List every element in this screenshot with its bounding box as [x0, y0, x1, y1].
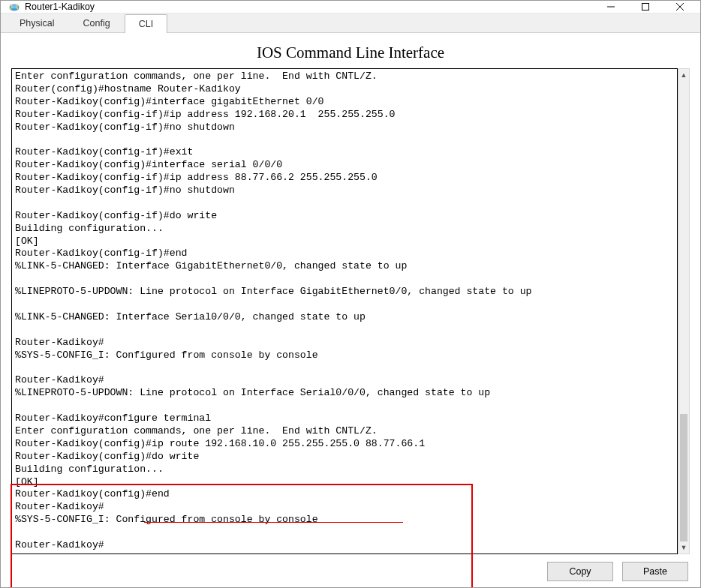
minimize-button[interactable]	[594, 1, 628, 13]
scroll-track[interactable]	[678, 81, 689, 542]
paste-button[interactable]: Paste	[622, 562, 688, 581]
router-icon	[8, 1, 20, 13]
scroll-down-icon[interactable]: ▼	[678, 542, 689, 554]
scroll-thumb[interactable]	[680, 414, 687, 542]
tab-bar: Physical Config CLI	[1, 14, 700, 33]
action-buttons: Copy Paste	[11, 562, 690, 581]
terminal-wrap: Enter configuration commands, one per li…	[11, 68, 690, 554]
tab-physical[interactable]: Physical	[5, 14, 69, 32]
page-title: IOS Command Line Interface	[11, 44, 690, 62]
cli-terminal[interactable]: Enter configuration commands, one per li…	[11, 68, 678, 554]
window-title: Router1-Kadikoy	[25, 2, 594, 12]
close-button[interactable]	[663, 1, 697, 13]
maximize-button[interactable]	[628, 1, 663, 13]
content-area: IOS Command Line Interface Enter configu…	[1, 33, 700, 588]
tab-cli[interactable]: CLI	[125, 14, 167, 33]
window-controls	[594, 1, 697, 13]
scrollbar[interactable]: ▲ ▼	[678, 68, 690, 554]
titlebar: Router1-Kadikoy	[1, 1, 700, 14]
tab-config[interactable]: Config	[69, 14, 125, 32]
app-window: Router1-Kadikoy Physical Config CLI IOS …	[1, 1, 700, 587]
svg-rect-2	[642, 4, 649, 10]
copy-button[interactable]: Copy	[547, 562, 613, 581]
scroll-up-icon[interactable]: ▲	[678, 69, 689, 81]
